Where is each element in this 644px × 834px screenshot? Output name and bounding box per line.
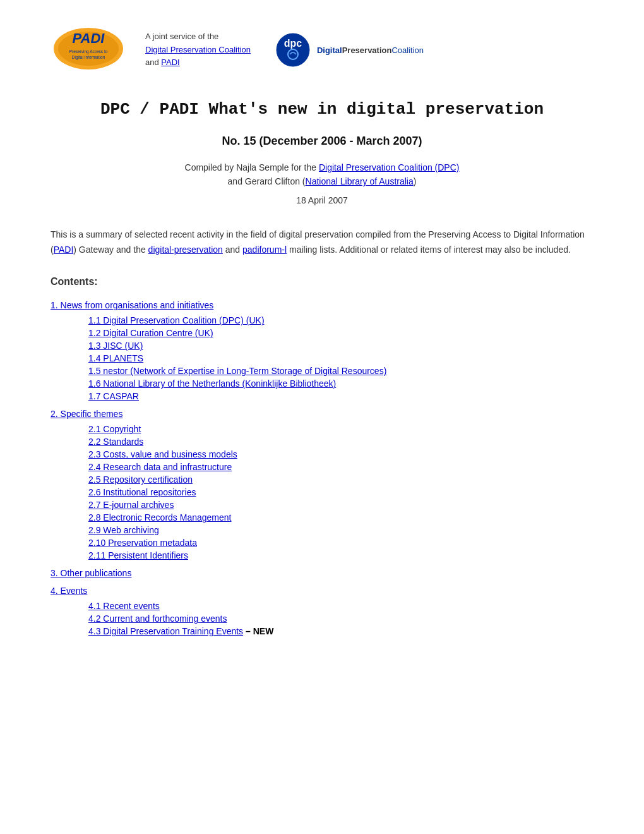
toc-level2-item: 2.3 Costs, value and business models (88, 449, 593, 459)
dpc-logo-text: DigitalPreservationCoalition (317, 45, 424, 55)
toc-level2-item: 1.2 Digital Curation Centre (UK) (88, 328, 593, 338)
toc-level2-item: 2.7 E-journal archives (88, 500, 593, 510)
toc-level2-item: 2.11 Persistent Identifiers (88, 550, 593, 560)
header-service-text: A joint service of the Digital Preservat… (145, 30, 251, 70)
table-of-contents: Contents: 1. News from organisations and… (51, 276, 593, 636)
toc-level1-item: 2. Specific themes2.1 Copyright2.2 Stand… (51, 409, 593, 560)
toc-level2-item: 2.9 Web archiving (88, 525, 593, 535)
toc-level2-item: 1.1 Digital Preservation Coalition (DPC)… (88, 315, 593, 325)
padi-logo: PADI Preserving Access to Digital Inform… (51, 25, 126, 75)
svg-text:Preserving Access to: Preserving Access to (69, 49, 108, 54)
toc-link-level2[interactable]: 1.1 Digital Preservation Coalition (DPC)… (88, 315, 265, 325)
contents-heading: Contents: (51, 276, 593, 287)
toc-level2-item: 2.4 Research data and infrastructure (88, 462, 593, 472)
page-header: PADI Preserving Access to Digital Inform… (51, 25, 593, 75)
padiforum-link[interactable]: padiforum-l (242, 245, 287, 255)
toc-link-level1[interactable]: 3. Other publications (51, 568, 131, 578)
toc-level2-item: 1.5 nestor (Network of Expertise in Long… (88, 366, 593, 376)
toc-level2-item: 1.3 JISC (UK) (88, 341, 593, 351)
toc-link-level2[interactable]: 1.3 JISC (UK) (88, 341, 143, 351)
toc-link-level2[interactable]: 1.4 PLANETS (88, 353, 143, 363)
svg-text:dpc: dpc (284, 38, 302, 49)
toc-link-level2[interactable]: 2.4 Research data and infrastructure (88, 462, 232, 472)
toc-link-level2[interactable]: 2.7 E-journal archives (88, 500, 174, 510)
toc-link-level2[interactable]: 2.6 Institutional repositories (88, 487, 196, 497)
page-title: DPC / PADI What's new in digital preserv… (51, 100, 593, 119)
toc-level1-item: 3. Other publications (51, 568, 593, 578)
toc-link-level1[interactable]: 4. Events (51, 586, 87, 596)
toc-link-level2[interactable]: 2.2 Standards (88, 437, 143, 447)
publish-date: 18 April 2007 (51, 195, 593, 205)
toc-link-level2[interactable]: 2.3 Costs, value and business models (88, 449, 237, 459)
toc-level2-item: 4.3 Digital Preservation Training Events… (88, 626, 593, 636)
toc-link-level1[interactable]: 2. Specific themes (51, 409, 122, 419)
dpc-logo-area: dpc DigitalPreservationCoalition (276, 33, 424, 68)
issue-subtitle: No. 15 (December 2006 - March 2007) (51, 135, 593, 148)
toc-level2-item: 1.4 PLANETS (88, 353, 593, 363)
toc-level2-item: 2.8 Electronic Records Management (88, 512, 593, 523)
toc-link-level2[interactable]: 2.9 Web archiving (88, 525, 159, 535)
padi-intro-link[interactable]: PADI (54, 245, 74, 255)
toc-link-level2[interactable]: 2.1 Copyright (88, 424, 141, 434)
toc-level2-item: 2.5 Repository certification (88, 474, 593, 485)
toc-link-level2[interactable]: 2.10 Preservation metadata (88, 538, 197, 548)
toc-link-level2[interactable]: 2.5 Repository certification (88, 474, 193, 485)
digital-preservation-link[interactable]: digital-preservation (148, 245, 223, 255)
toc-link-level2[interactable]: 1.2 Digital Curation Centre (UK) (88, 328, 213, 338)
nla-link[interactable]: National Library of Australia (306, 176, 414, 186)
toc-link-level2[interactable]: 1.5 nestor (Network of Expertise in Long… (88, 366, 386, 376)
toc-link-level2[interactable]: 1.7 CASPAR (88, 391, 139, 401)
toc-link-level2[interactable]: 2.8 Electronic Records Management (88, 512, 231, 523)
intro-paragraph: This is a summary of selected recent act… (51, 227, 593, 258)
new-badge: – NEW (243, 626, 273, 636)
toc-level2-item: 2.2 Standards (88, 437, 593, 447)
toc-level2-item: 4.1 Recent events (88, 601, 593, 611)
toc-level2-item: 2.6 Institutional repositories (88, 487, 593, 497)
toc-level2-item: 4.2 Current and forthcoming events (88, 613, 593, 624)
svg-text:Digital Information: Digital Information (72, 55, 105, 60)
toc-level1-item: 1. News from organisations and initiativ… (51, 300, 593, 401)
toc-link-level2[interactable]: 2.11 Persistent Identifiers (88, 550, 188, 560)
toc-level2-item: 1.7 CASPAR (88, 391, 593, 401)
toc-link-level1[interactable]: 1. News from organisations and initiativ… (51, 300, 213, 310)
toc-link-level2[interactable]: 4.1 Recent events (88, 601, 160, 611)
toc-link-level2[interactable]: 4.3 Digital Preservation Training Events (88, 626, 243, 636)
toc-link-level2[interactable]: 1.6 National Library of the Netherlands … (88, 378, 336, 389)
dpc-link[interactable]: Digital Preservation Coalition (145, 45, 251, 54)
dpc-compiled-link[interactable]: Digital Preservation Coalition (DPC) (319, 162, 460, 172)
toc-link-level2[interactable]: 4.2 Current and forthcoming events (88, 613, 227, 624)
svg-text:PADI: PADI (73, 30, 105, 46)
toc-level1-item: 4. Events4.1 Recent events4.2 Current an… (51, 586, 593, 636)
toc-level2-item: 2.10 Preservation metadata (88, 538, 593, 548)
toc-level2-item: 1.6 National Library of the Netherlands … (88, 378, 593, 389)
compiled-by: Compiled by Najla Semple for the Digital… (51, 160, 593, 189)
toc-level2-item: 2.1 Copyright (88, 424, 593, 434)
padi-link[interactable]: PADI (161, 57, 179, 67)
